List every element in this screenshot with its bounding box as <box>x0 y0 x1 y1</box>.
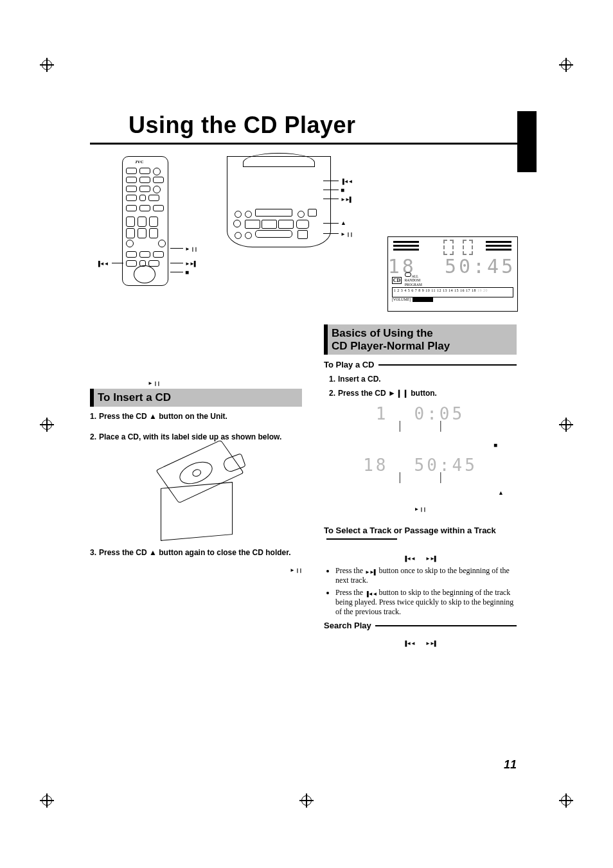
cd-insert-illustration <box>141 447 251 543</box>
play-step-2: Press the CD ►❙❙ button. <box>338 389 437 398</box>
bullet-prev: Press the button to skip to the beginnin… <box>335 588 517 617</box>
inline-next-icon <box>425 552 438 562</box>
remote-illustration: JVC <box>90 156 195 291</box>
remote-next-label <box>185 260 197 267</box>
page-tab <box>517 111 537 172</box>
insert-step-1: Press the CD ▲ button on the Unit. <box>99 412 227 421</box>
remote-brand: JVC <box>135 159 144 164</box>
display-playing: 10:05 <box>324 404 517 423</box>
unit-next-label <box>341 196 353 202</box>
sub-select-track: To Select a Track or Passage within a Tr… <box>324 526 517 545</box>
bullet-next: Press the button once to skip to the beg… <box>335 566 517 585</box>
remote-play-pause-label <box>185 245 197 252</box>
remote-prev-label <box>96 260 109 267</box>
lcd-modes: ALL RANDOM PROGRAM <box>405 273 422 287</box>
unit-illustration <box>214 156 368 291</box>
remote-stop-label <box>185 269 189 276</box>
insert-step-3: Press the CD ▲ button again to close the… <box>99 548 291 557</box>
unit-stop-label <box>341 186 344 193</box>
page-number: 11 <box>504 758 517 772</box>
lcd-time: 50:45 <box>445 255 515 278</box>
title-rule <box>90 143 518 145</box>
sub-search-play: Search Play <box>324 621 517 630</box>
inline-play-pause-icon <box>414 502 427 513</box>
search-prev-icon <box>403 637 415 647</box>
heading-insert-cd: To Insert a CD <box>90 389 302 407</box>
play-step-1: Insert a CD. <box>338 375 381 384</box>
unit-eject-label <box>341 220 346 227</box>
sub-play-cd: To Play a CD <box>324 360 517 369</box>
inline-eject-icon <box>498 487 504 497</box>
floating-play-pause-icon <box>148 380 160 386</box>
inline-prev-icon <box>403 552 415 562</box>
unit-play-pause-label <box>341 231 353 237</box>
page-title: Using the CD Player <box>129 112 518 139</box>
unit-prev-label <box>341 178 353 184</box>
lcd-cd-indicator: CD <box>392 277 402 284</box>
search-next-icon <box>425 637 438 647</box>
display-stopped: 1850:45 <box>324 456 517 475</box>
heading-basics: Basics of Using theCD Player-Normal Play <box>324 324 517 355</box>
inline-stop-icon <box>493 439 497 449</box>
lcd-track-list: 1 2 3 4 5 6 7 8 9 10 11 12 13 14 15 16 1… <box>392 287 513 297</box>
lcd-display: 18 50:45 CD ALL RANDOM PROGRAM 1 2 3 4 5… <box>387 236 518 312</box>
trailing-play-pause-icon <box>290 563 302 574</box>
lcd-volume: [VOLUME] <box>392 297 434 303</box>
insert-step-2: Place a CD, with its label side up as sh… <box>99 432 281 441</box>
